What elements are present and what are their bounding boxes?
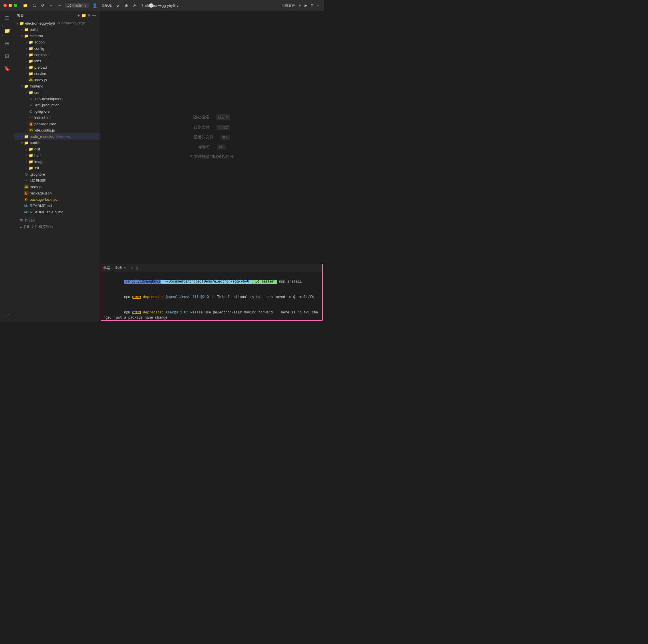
folder-label: electron bbox=[30, 34, 43, 38]
tree-build[interactable]: › 📁 build bbox=[14, 26, 100, 33]
bookmarks-icon[interactable]: 🔖 bbox=[2, 63, 12, 74]
tree-index-html[interactable]: › <> index.html bbox=[14, 114, 100, 121]
folder-icon: 📁 bbox=[24, 84, 29, 88]
folder-icon: 📁 bbox=[29, 46, 33, 51]
more-icon[interactable]: ⋯ bbox=[2, 309, 12, 320]
hint-drag-drop: 将文件拖放到此处以打开 bbox=[190, 154, 234, 159]
collapse-icon[interactable]: ✕ bbox=[87, 13, 91, 18]
hint-recent-files-key: ⌘E bbox=[220, 135, 230, 140]
new-folder-icon[interactable]: 📁 bbox=[81, 13, 86, 18]
file-label: .gitignore bbox=[30, 172, 45, 176]
arrow-up-right-icon[interactable]: ↗ bbox=[131, 3, 137, 8]
chevron-right-icon: › bbox=[24, 46, 29, 51]
gitignore-icon: ⊘ bbox=[24, 172, 29, 176]
tree-main-js[interactable]: › JS main.js bbox=[14, 183, 100, 190]
minimize-sidebar-icon[interactable]: — bbox=[92, 13, 96, 18]
more-icon[interactable]: ⋯ bbox=[317, 3, 321, 7]
file-icon[interactable]: 🗂 bbox=[31, 3, 38, 8]
hint-goto-file-key: ⇧ ⌘O bbox=[216, 125, 230, 130]
tree-frontend[interactable]: ∨ 📁 frontend bbox=[14, 83, 100, 89]
tree-addon[interactable]: › 📁 addon bbox=[14, 39, 100, 45]
chevron-right-icon: › bbox=[19, 27, 24, 32]
titlebar-center: electron-egg-yby6 ∨ bbox=[145, 3, 179, 8]
temp-files-icon: ≡ bbox=[19, 224, 22, 229]
tree-src[interactable]: › 📁 src bbox=[14, 89, 100, 96]
tree-ssl[interactable]: › 📁 ssl bbox=[14, 165, 100, 171]
folder-icon: 📁 bbox=[29, 52, 33, 57]
tree-electron[interactable]: ∨ 📁 electron bbox=[14, 33, 100, 39]
tree-dist[interactable]: › 📁 dist bbox=[14, 146, 100, 152]
md-icon: M↓ bbox=[24, 210, 29, 214]
tree-package-json-root[interactable]: › {} package.json bbox=[14, 190, 100, 196]
tree-jobs[interactable]: › 📁 jobs bbox=[14, 58, 100, 64]
arrow-left-icon[interactable]: ↙ bbox=[115, 3, 121, 8]
sidebar-toggle-icon[interactable]: ☰ bbox=[2, 13, 12, 23]
env-icon: ≡ bbox=[29, 103, 33, 107]
close-button[interactable] bbox=[3, 4, 7, 7]
main-layout: ☰ 📁 ⊕ ⊞ 🔖 ⋯ 项目 + 📁 ✕ — ∨ 📁 electron-egg-… bbox=[0, 11, 324, 322]
settings-icon[interactable]: ⚙ bbox=[311, 3, 314, 7]
tree-env-prod[interactable]: › ≡ .env.production bbox=[14, 102, 100, 108]
minimize-button[interactable] bbox=[9, 4, 12, 7]
tree-index-js[interactable]: › JS index.js bbox=[14, 76, 100, 83]
tree-package-lock-json[interactable]: › {} package-lock.json bbox=[14, 196, 100, 203]
tree-package-json-frontend[interactable]: › {} package.json bbox=[14, 121, 100, 127]
add-terminal-icon[interactable]: + bbox=[130, 266, 133, 271]
tree-preload[interactable]: › 📁 preload bbox=[14, 64, 100, 70]
tree-vite-config[interactable]: › JS vite.config.js bbox=[14, 127, 100, 133]
file-label: .env.production bbox=[34, 103, 59, 107]
tree-gitignore-frontend[interactable]: › ⊘ .gitignore bbox=[14, 108, 100, 114]
chevron-right-icon: › bbox=[24, 40, 29, 44]
external-libs-icon: ⊞ bbox=[19, 218, 23, 223]
up-arrow-icon[interactable]: ⇑ bbox=[140, 3, 145, 8]
terminal-content[interactable]: yangbuyi@yangbuyi ~/Documents/projectDem… bbox=[101, 272, 322, 320]
folder-label: src bbox=[34, 90, 39, 95]
extensions-icon[interactable]: ⊞ bbox=[2, 51, 12, 61]
new-file-icon[interactable]: + bbox=[77, 13, 80, 18]
person-icon[interactable]: 👤 bbox=[91, 3, 98, 8]
tree-service[interactable]: › 📁 service bbox=[14, 70, 100, 76]
folder-icon: 📁 bbox=[29, 40, 33, 44]
tree-images[interactable]: › 📁 images bbox=[14, 158, 100, 165]
chevron-down-icon[interactable]: ∨ bbox=[136, 266, 139, 271]
current-file-label[interactable]: 当前文件 bbox=[281, 3, 295, 8]
folder-label: jobs bbox=[34, 59, 41, 63]
traffic-lights bbox=[3, 4, 17, 7]
hint-search-label: 随处搜索 bbox=[193, 115, 209, 120]
refresh-icon[interactable]: ↺ bbox=[40, 3, 46, 8]
close-icon[interactable]: ✕ bbox=[123, 266, 126, 269]
terminal-tab-label[interactable]: 终端 bbox=[104, 266, 110, 271]
chevron-down-icon-right: ∨ bbox=[299, 3, 301, 7]
tree-readme-md[interactable]: › M↓ README.md bbox=[14, 203, 100, 209]
terminal-tab-local[interactable]: 本地 ✕ bbox=[113, 264, 128, 272]
terminal-warn-2: npm WARN deprecated asar@3.2.0: Please u… bbox=[104, 305, 320, 320]
chevron-down-icon: ∨ bbox=[19, 84, 24, 88]
tree-node-modules[interactable]: › 📁 node_modules library root bbox=[14, 133, 100, 140]
prompt-branch: ⎇ master bbox=[252, 280, 277, 284]
tree-html-folder[interactable]: › 📁 html bbox=[14, 152, 100, 158]
tree-gitignore-root[interactable]: › ⊘ .gitignore bbox=[14, 171, 100, 177]
branch-selector[interactable]: ⎇ master ∨ bbox=[65, 3, 89, 8]
back-icon[interactable]: ← bbox=[48, 3, 54, 8]
tree-public[interactable]: ∨ 📁 public bbox=[14, 140, 100, 146]
play-icon[interactable]: ▶ bbox=[305, 3, 307, 7]
hint-goto-file-label: 转到文件 bbox=[194, 125, 210, 130]
forward-icon[interactable]: → bbox=[56, 3, 63, 8]
temp-files-item[interactable]: ≡ 临时文件和控制台 bbox=[14, 224, 100, 230]
tree-root-item[interactable]: ∨ 📁 electron-egg-yby6 ~/Documents/proje bbox=[14, 20, 100, 26]
file-label: LICENSE bbox=[30, 178, 46, 183]
folder-icon[interactable]: 📁 bbox=[22, 3, 29, 8]
external-libs-item[interactable]: ⊞ 外部库 bbox=[14, 217, 100, 224]
explorer-icon[interactable]: 📁 bbox=[2, 26, 12, 36]
tree-env-dev[interactable]: › ≡ .env.development bbox=[14, 96, 100, 102]
hint-recent-files-label: 最近的文件 bbox=[194, 135, 214, 140]
tree-config[interactable]: › 📁 config bbox=[14, 45, 100, 51]
tree-readme-zh-cn-md[interactable]: › M↓ README.zh-CN.md bbox=[14, 209, 100, 215]
maximize-button[interactable] bbox=[14, 4, 17, 7]
file-label: package.json bbox=[30, 191, 52, 195]
folder-label: controller bbox=[34, 53, 50, 57]
tree-license[interactable]: › ≡ LICENSE bbox=[14, 177, 100, 183]
tree-controller[interactable]: › 📁 controller bbox=[14, 51, 100, 58]
search-icon[interactable]: ⊕ bbox=[2, 38, 12, 49]
merge-icon[interactable]: ⊕ bbox=[123, 3, 129, 8]
